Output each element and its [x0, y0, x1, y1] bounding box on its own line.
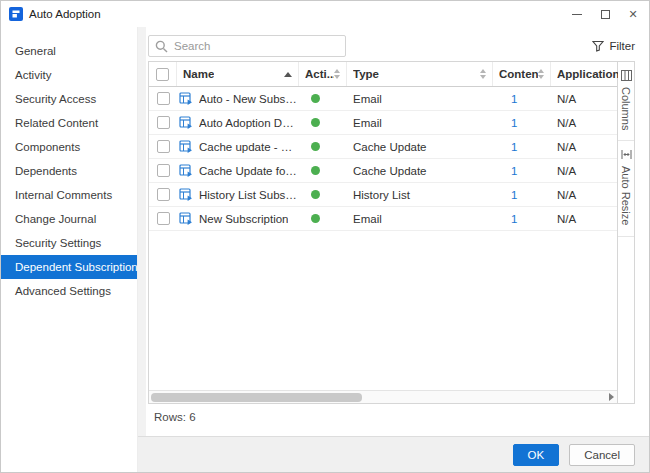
application-cell: N/A — [551, 93, 617, 105]
sidebar-item-related-content[interactable]: Related Content — [1, 111, 137, 135]
application-cell: N/A — [551, 165, 617, 177]
cancel-button[interactable]: Cancel — [569, 444, 635, 466]
subscription-name: New Subscription — [199, 213, 288, 225]
horizontal-scrollbar[interactable] — [149, 390, 617, 403]
table-row[interactable]: Auto Adoption Daily Email 1 N/A — [149, 111, 617, 135]
active-status-dot — [311, 166, 320, 175]
type-cell: Email — [347, 93, 493, 105]
table-row[interactable]: Auto - New Subscription Email 1 N/A — [149, 87, 617, 111]
rows-count-status: Rows: 6 — [146, 404, 649, 430]
columns-panel-toggle[interactable]: Columns — [618, 62, 634, 141]
content-link[interactable]: 1 — [493, 189, 551, 201]
row-checkbox[interactable] — [157, 140, 170, 153]
subscription-icon — [179, 188, 193, 201]
row-checkbox[interactable] — [157, 92, 170, 105]
application-cell: N/A — [551, 117, 617, 129]
auto-adoption-dialog: Auto Adoption ✕ General Activity Securit… — [0, 0, 650, 473]
table-row[interactable]: History List Subscription History List 1… — [149, 183, 617, 207]
sidebar-item-dependent-subscriptions[interactable]: Dependent Subscriptions — [1, 255, 137, 279]
subscription-name: History List Subscription — [199, 189, 299, 201]
active-status-dot — [311, 190, 320, 199]
close-icon[interactable]: ✕ — [627, 8, 639, 20]
sort-icon — [480, 69, 486, 79]
subscriptions-table: Name Acti... Type Content — [148, 61, 618, 404]
type-cell: Email — [347, 117, 493, 129]
content-link[interactable]: 1 — [493, 93, 551, 105]
scroll-right-icon[interactable] — [609, 393, 614, 401]
subscription-icon — [179, 164, 193, 177]
active-status-dot — [311, 142, 320, 151]
sidebar-item-dependents[interactable]: Dependents — [1, 159, 137, 183]
column-header-content[interactable]: Content — [493, 62, 551, 86]
sidebar-item-security-settings[interactable]: Security Settings — [1, 231, 137, 255]
column-header-active[interactable]: Acti... — [299, 62, 347, 86]
type-cell: Cache Update — [347, 165, 493, 177]
sort-icon — [334, 69, 340, 79]
sidebar-item-advanced-settings[interactable]: Advanced Settings — [1, 279, 137, 303]
select-all-cell — [149, 62, 177, 86]
subscription-icon — [179, 140, 193, 153]
sidebar-item-change-journal[interactable]: Change Journal — [1, 207, 137, 231]
window-controls: ✕ — [571, 8, 639, 20]
sidebar: General Activity Security Access Related… — [1, 27, 138, 472]
subscription-name: Cache update - New ... — [199, 141, 299, 153]
search-input[interactable] — [174, 40, 339, 52]
table-header-row: Name Acti... Type Content — [149, 62, 617, 87]
row-checkbox[interactable] — [157, 116, 170, 129]
filter-label: Filter — [609, 40, 635, 52]
row-checkbox[interactable] — [157, 212, 170, 225]
content-link[interactable]: 1 — [493, 117, 551, 129]
toolbar: Filter — [146, 27, 649, 61]
sidebar-item-components[interactable]: Components — [1, 135, 137, 159]
subscription-icon — [179, 212, 193, 225]
table-empty-space — [149, 231, 617, 390]
content-link[interactable]: 1 — [493, 141, 551, 153]
auto-resize-label: Auto Resize — [620, 166, 632, 225]
auto-resize-icon — [621, 149, 632, 160]
table-options-strip: Columns Auto Resize — [618, 61, 635, 404]
sidebar-item-security-access[interactable]: Security Access — [1, 87, 137, 111]
sidebar-item-activity[interactable]: Activity — [1, 63, 137, 87]
search-icon — [155, 40, 168, 53]
subscription-name: Auto Adoption Daily — [199, 117, 299, 129]
application-cell: N/A — [551, 141, 617, 153]
application-cell: N/A — [551, 189, 617, 201]
sidebar-item-internal-comments[interactable]: Internal Comments — [1, 183, 137, 207]
sidebar-gutter — [138, 27, 146, 472]
minimize-icon[interactable] — [571, 8, 583, 20]
columns-label: Columns — [620, 87, 632, 130]
content-link[interactable]: 1 — [493, 213, 551, 225]
scrollbar-thumb[interactable] — [151, 393, 362, 402]
columns-icon — [621, 70, 632, 81]
table-row[interactable]: New Subscription Email 1 N/A — [149, 207, 617, 231]
column-header-name[interactable]: Name — [177, 62, 299, 86]
type-cell: History List — [347, 189, 493, 201]
filter-button[interactable]: Filter — [592, 40, 635, 52]
row-checkbox[interactable] — [157, 164, 170, 177]
subscription-name: Auto - New Subscription — [199, 93, 299, 105]
column-header-type[interactable]: Type — [347, 62, 493, 86]
active-status-dot — [311, 118, 320, 127]
active-status-dot — [311, 94, 320, 103]
row-checkbox[interactable] — [157, 188, 170, 201]
column-header-application[interactable]: Application — [551, 62, 626, 86]
content-link[interactable]: 1 — [493, 165, 551, 177]
table-row[interactable]: Cache update - New ... Cache Update 1 N/… — [149, 135, 617, 159]
subscription-name: Cache Update for Aut... — [199, 165, 299, 177]
sidebar-item-general[interactable]: General — [1, 39, 137, 63]
subscription-icon — [179, 92, 193, 105]
main-panel: Filter Name Acti... — [146, 27, 649, 472]
table-row[interactable]: Cache Update for Aut... Cache Update 1 N… — [149, 159, 617, 183]
subscription-icon — [179, 116, 193, 129]
select-all-checkbox[interactable] — [156, 68, 169, 81]
filter-icon — [592, 40, 604, 52]
application-cell: N/A — [551, 213, 617, 225]
auto-resize-toggle[interactable]: Auto Resize — [618, 141, 634, 236]
ok-button[interactable]: OK — [513, 444, 560, 466]
search-box[interactable] — [148, 35, 346, 57]
maximize-icon[interactable] — [599, 8, 611, 20]
table-region: Name Acti... Type Content — [148, 61, 635, 404]
app-icon — [9, 7, 23, 21]
sort-icon — [538, 69, 544, 79]
type-cell: Email — [347, 213, 493, 225]
